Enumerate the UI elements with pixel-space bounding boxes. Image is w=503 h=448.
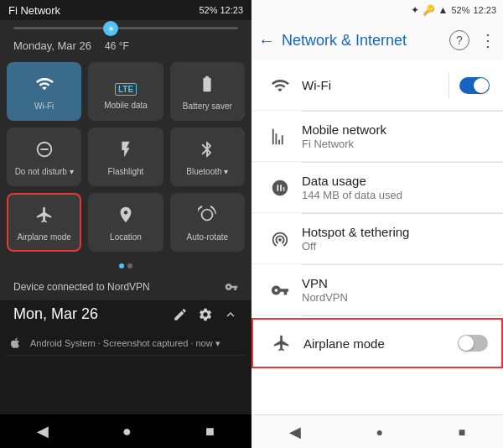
dot-2: [127, 263, 132, 268]
hotspot-icon: [265, 230, 295, 248]
collapse-icon[interactable]: [223, 307, 238, 322]
settings-item-airplane[interactable]: Airplane mode: [252, 318, 503, 368]
action-icons: [173, 307, 238, 322]
airplane-mode-title: Airplane mode: [303, 336, 458, 351]
brightness-row[interactable]: [0, 20, 252, 36]
mobile-tile-icon: LTE: [115, 76, 137, 97]
page-dots: [0, 258, 252, 273]
data-usage-icon: [265, 179, 295, 197]
page-title: Network & Internet: [282, 32, 443, 49]
wifi-text: Wi-Fi: [302, 78, 449, 92]
flashlight-tile-icon: [117, 140, 135, 164]
settings-item-hotspot[interactable]: Hotspot & tethering Off: [252, 214, 503, 264]
vpn-text: Device connected to NordVPN: [13, 281, 150, 293]
left-nav-bar: ◀ ● ■: [0, 414, 252, 448]
edit-icon[interactable]: [173, 307, 188, 322]
airplane-toggle[interactable]: [458, 335, 488, 352]
wifi-toggle-thumb: [474, 78, 489, 93]
wifi-toggle[interactable]: [459, 77, 490, 94]
settings-icon[interactable]: [198, 307, 213, 322]
battery-tile-label: Battery saver: [183, 102, 232, 112]
mobile-network-sub: Fi Network: [302, 138, 490, 150]
temp-text: 46 °F: [105, 40, 129, 52]
right-nav-home[interactable]: ●: [376, 425, 383, 439]
tile-dnd[interactable]: Do not disturb ▾: [7, 128, 81, 186]
hotspot-title: Hotspot & tethering: [302, 225, 490, 239]
tile-flashlight[interactable]: Flashlight: [88, 128, 163, 186]
dnd-tile-icon: [35, 140, 54, 164]
toolbar-actions: ? ⋮: [449, 30, 496, 50]
auto-rotate-tile-icon: [198, 206, 216, 229]
more-button[interactable]: ⋮: [480, 30, 496, 50]
bluetooth-tile-label: Bluetooth ▾: [186, 167, 228, 177]
left-status-icons: 52% 12:23: [199, 5, 243, 15]
wifi-tile-icon: [35, 75, 54, 98]
tile-bluetooth[interactable]: Bluetooth ▾: [170, 128, 245, 186]
vpn-title: VPN: [302, 276, 490, 290]
vpn-text-block: VPN NordVPN: [302, 276, 490, 304]
tiles-grid: Wi-Fi LTE Mobile data Battery saver Do n…: [0, 55, 252, 258]
brightness-slider[interactable]: [13, 27, 238, 29]
date-time-text: Mon, Mar 26: [13, 305, 98, 323]
right-time: 12:23: [473, 5, 496, 15]
mobile-network-text: Mobile network Fi Network: [302, 122, 490, 150]
airplane-mode-text: Airplane mode: [303, 336, 458, 351]
flashlight-tile-label: Flashlight: [108, 167, 144, 177]
left-panel: Fi Network 52% 12:23 Monday, Mar 26 46 °…: [0, 0, 252, 448]
left-app-name: Fi Network: [8, 4, 60, 17]
left-nav-recents[interactable]: ■: [205, 423, 215, 440]
battery-tile-icon: [198, 75, 216, 98]
settings-item-mobile-network[interactable]: Mobile network Fi Network: [252, 112, 503, 162]
settings-item-wifi[interactable]: Wi-Fi: [252, 60, 503, 111]
location-tile-icon: [117, 206, 135, 229]
left-nav-back[interactable]: ◀: [37, 422, 49, 440]
right-bluetooth-icon: ✦: [411, 4, 419, 16]
mobile-network-title: Mobile network: [302, 122, 490, 137]
brightness-thumb[interactable]: [103, 21, 118, 36]
vpn-item-icon: [265, 281, 295, 300]
help-button[interactable]: ?: [449, 30, 469, 50]
wifi-icon: [265, 76, 295, 95]
wifi-action: [449, 73, 490, 98]
notif-text: Android System · Screenshot captured · n…: [30, 338, 220, 349]
airplane-mode-icon: [267, 334, 297, 352]
tile-airplane-left[interactable]: Airplane mode: [7, 193, 81, 252]
hotspot-text: Hotspot & tethering Off: [302, 225, 490, 253]
wifi-title: Wi-Fi: [302, 78, 449, 92]
tile-wifi[interactable]: Wi-Fi: [7, 62, 81, 121]
tile-auto-rotate[interactable]: Auto-rotate: [170, 193, 245, 252]
tile-location[interactable]: Location: [88, 193, 163, 252]
right-nav-recents[interactable]: ■: [459, 425, 465, 439]
left-nav-home[interactable]: ●: [122, 423, 132, 440]
settings-item-data-usage[interactable]: Data usage 144 MB of data used: [252, 163, 503, 213]
dnd-tile-label: Do not disturb ▾: [15, 167, 74, 177]
right-panel: ✦ 🔑 ▲ 52% 12:23 ← Network & Internet ? ⋮…: [252, 0, 503, 448]
auto-rotate-tile-label: Auto-rotate: [187, 232, 228, 242]
left-status-bar: Fi Network 52% 12:23: [0, 0, 252, 20]
vpn-bar: Device connected to NordVPN: [0, 273, 252, 300]
right-nav-bar: ◀ ● ■: [252, 414, 503, 448]
right-status-bar: ✦ 🔑 ▲ 52% 12:23: [252, 0, 503, 20]
date-row: Monday, Mar 26 46 °F: [0, 36, 252, 55]
right-nav-back[interactable]: ◀: [289, 423, 301, 441]
right-toolbar: ← Network & Internet ? ⋮: [252, 20, 503, 60]
right-signal-icon: ▲: [438, 4, 449, 16]
settings-item-vpn[interactable]: VPN NordVPN: [252, 265, 503, 315]
tile-battery-saver[interactable]: Battery saver: [170, 62, 245, 121]
dot-1: [119, 263, 124, 268]
wifi-tile-label: Wi-Fi: [34, 102, 54, 112]
vpn-icon: [225, 280, 238, 294]
bluetooth-tile-icon: [198, 140, 216, 164]
notifications-area: Android System · Screenshot captured · n…: [0, 328, 252, 414]
notif-android-icon: [7, 335, 23, 352]
date-text: Monday, Mar 26: [13, 39, 91, 52]
notif-screenshot: Android System · Screenshot captured · n…: [7, 331, 245, 356]
airplane-toggle-thumb: [459, 336, 474, 351]
back-button[interactable]: ←: [258, 31, 275, 50]
airplane-tile-label-left: Airplane mode: [17, 232, 70, 242]
left-battery: 52%: [199, 5, 217, 15]
right-vpn-icon: 🔑: [423, 4, 435, 16]
data-usage-title: Data usage: [302, 174, 490, 188]
mobile-network-icon: [265, 128, 295, 146]
tile-mobile-data[interactable]: LTE Mobile data: [88, 62, 163, 121]
